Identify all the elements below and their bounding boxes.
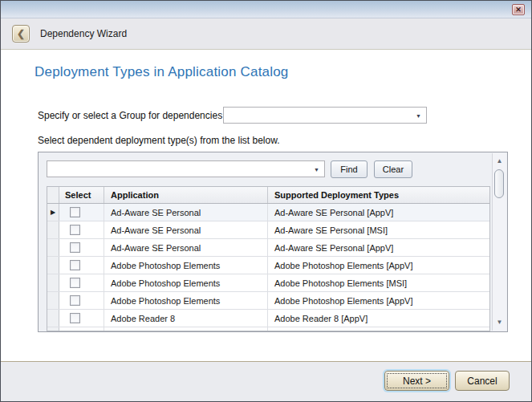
row-indicator-cell xyxy=(47,257,59,274)
titlebar: ✕ xyxy=(1,1,531,18)
select-cell xyxy=(59,327,104,331)
page-title: Deployment Types in Application Catalog xyxy=(35,64,289,80)
row-checkbox[interactable] xyxy=(70,331,80,331)
deployment-type-cell: Ad-Aware SE Personal [MSI] xyxy=(268,221,489,238)
wizard-content: Deployment Types in Application Catalog … xyxy=(1,50,531,361)
application-cell: Ad-Aware SE Personal xyxy=(104,239,268,256)
scroll-up-icon[interactable]: ▲ xyxy=(493,158,506,164)
row-checkbox[interactable] xyxy=(70,313,80,323)
next-button[interactable]: Next > xyxy=(384,371,449,391)
application-cell: Adobe Photoshop Elements xyxy=(104,292,268,309)
row-checkbox[interactable] xyxy=(70,278,80,288)
deployment-type-cell: Adobe Photoshop Elements [AppV] xyxy=(268,292,489,309)
current-row-icon: ▶ xyxy=(51,209,55,216)
grid-rows: ▶ Ad-Aware SE Personal Ad-Aware SE Perso… xyxy=(47,204,489,331)
application-cell: Adobe Photoshop Elements xyxy=(104,257,268,274)
table-row[interactable]: Ad-Aware SE Personal Ad-Aware SE Persona… xyxy=(47,239,489,257)
deployment-type-cell: Ad-Aware SE Personal [AppV] xyxy=(268,204,489,221)
deployment-grid: Select Application Supported Deployment … xyxy=(47,186,490,331)
application-cell: AimKeys xyxy=(104,327,268,331)
application-cell: Ad-Aware SE Personal xyxy=(104,221,268,238)
group-combobox[interactable]: ▼ xyxy=(223,107,427,124)
deployment-list-panel: ▼ Find Clear Select Application Supporte… xyxy=(38,152,508,332)
row-indicator-header xyxy=(47,187,59,203)
application-cell: Adobe Reader 8 xyxy=(104,310,268,327)
column-header-application[interactable]: Application xyxy=(104,187,268,203)
table-row[interactable]: Adobe Photoshop Elements Adobe Photoshop… xyxy=(47,274,489,292)
select-cell xyxy=(59,257,104,274)
row-checkbox[interactable] xyxy=(70,242,80,253)
application-cell: Adobe Photoshop Elements xyxy=(104,274,268,291)
wizard-header: ❮ Dependency Wizard xyxy=(1,18,531,50)
row-checkbox[interactable] xyxy=(70,225,80,235)
dropdown-arrow-icon[interactable]: ▼ xyxy=(416,112,421,118)
wizard-title: Dependency Wizard xyxy=(40,28,127,39)
deployment-type-cell: Ad-Aware SE Personal [AppV] xyxy=(268,239,489,256)
select-cell xyxy=(59,239,104,256)
application-cell: Ad-Aware SE Personal xyxy=(104,204,268,221)
deployment-type-cell: Adobe Reader 8 [AppV] xyxy=(268,310,489,327)
deployment-type-cell: AimKeys [AppV] xyxy=(268,327,489,331)
table-row[interactable]: Adobe Photoshop Elements Adobe Photoshop… xyxy=(47,257,489,274)
row-indicator-cell xyxy=(47,292,59,309)
row-indicator-cell xyxy=(47,221,59,238)
row-indicator-cell xyxy=(47,327,59,331)
filter-combobox[interactable]: ▼ xyxy=(47,160,325,177)
group-label: Specify or select a Group for dependenci… xyxy=(38,110,222,121)
dependency-wizard-window: ✕ ❮ Dependency Wizard Deployment Types i… xyxy=(0,0,532,402)
back-button[interactable]: ❮ xyxy=(12,25,30,43)
table-row[interactable]: Ad-Aware SE Personal Ad-Aware SE Persona… xyxy=(47,221,489,239)
table-row[interactable]: Adobe Photoshop Elements Adobe Photoshop… xyxy=(47,292,489,310)
table-row[interactable]: Adobe Reader 8 Adobe Reader 8 [AppV] xyxy=(47,310,489,327)
vertical-scrollbar[interactable]: ▲ ▼ xyxy=(492,153,506,331)
table-row[interactable]: AimKeys AimKeys [AppV] xyxy=(47,327,489,331)
column-header-deployment-types[interactable]: Supported Deployment Types xyxy=(268,187,489,203)
select-cell xyxy=(59,310,104,327)
row-indicator-cell xyxy=(47,310,59,327)
scrollbar-thumb[interactable] xyxy=(494,169,504,198)
row-indicator-cell xyxy=(47,274,59,291)
grid-header: Select Application Supported Deployment … xyxy=(47,187,489,204)
scroll-down-icon[interactable]: ▼ xyxy=(493,319,506,326)
select-cell xyxy=(59,274,104,291)
dropdown-arrow-icon[interactable]: ▼ xyxy=(314,166,319,172)
column-header-select[interactable]: Select xyxy=(59,187,104,203)
back-arrow-icon: ❮ xyxy=(17,29,25,39)
cancel-button[interactable]: Cancel xyxy=(455,371,510,391)
deployment-type-cell: Adobe Photoshop Elements [AppV] xyxy=(268,257,489,274)
row-checkbox[interactable] xyxy=(70,207,80,217)
row-indicator-cell: ▶ xyxy=(47,204,59,221)
select-cell xyxy=(59,204,104,221)
find-button[interactable]: Find xyxy=(331,160,368,178)
close-icon: ✕ xyxy=(515,6,522,14)
row-indicator-cell xyxy=(47,239,59,256)
deployment-type-cell: Adobe Photoshop Elements [MSI] xyxy=(268,274,489,291)
list-instruction-label: Select dependent deployment type(s) from… xyxy=(38,135,280,146)
table-row[interactable]: ▶ Ad-Aware SE Personal Ad-Aware SE Perso… xyxy=(47,204,489,221)
select-cell xyxy=(59,221,104,238)
wizard-footer: Next > Cancel xyxy=(1,361,531,401)
clear-button[interactable]: Clear xyxy=(374,160,412,178)
row-checkbox[interactable] xyxy=(70,260,80,270)
close-button[interactable]: ✕ xyxy=(512,4,525,15)
row-checkbox[interactable] xyxy=(70,295,80,306)
select-cell xyxy=(59,292,104,309)
